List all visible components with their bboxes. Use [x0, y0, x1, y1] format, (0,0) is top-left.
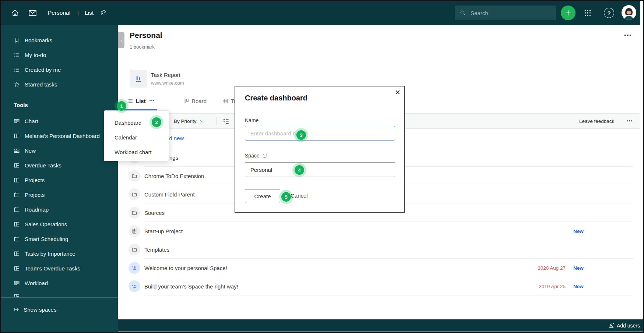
breadcrumb-space[interactable]: Personal — [48, 1, 70, 25]
sidebar-divider — [1, 297, 118, 298]
row-type-icon — [129, 207, 140, 219]
fields-settings-icon[interactable] — [223, 118, 229, 124]
help-button[interactable]: ? — [604, 8, 614, 18]
search-input[interactable] — [470, 10, 549, 17]
sidebar-item-label: Created by me — [25, 67, 61, 73]
breadcrumb-view[interactable]: List — [85, 1, 94, 25]
dashboard-icon — [14, 293, 20, 297]
search-box[interactable] — [455, 6, 556, 20]
inbox-mail-icon[interactable] — [28, 8, 37, 18]
sidebar-tool-item[interactable]: Melanie's Personal Dashboard — [1, 128, 118, 143]
sidebar-item[interactable]: My to-do — [1, 47, 118, 62]
collapse-sidebar-handle[interactable]: ‹ — [118, 32, 124, 48]
view-tab-label: List — [136, 98, 146, 104]
view-tab[interactable]: Board — [183, 92, 207, 110]
menu-item[interactable]: Calendar — [104, 130, 169, 145]
row-title[interactable]: ngs — [169, 155, 178, 161]
sidebar-tool-label: Workload — [25, 280, 48, 286]
row-type-icon — [129, 244, 140, 255]
cancel-button[interactable]: Cancel — [291, 192, 308, 199]
user-avatar[interactable] — [622, 5, 636, 20]
sidebar-tool-item[interactable]: Overdue Tasks — [1, 158, 118, 173]
sidebar-tool-icon — [14, 236, 20, 242]
show-spaces-label: Show spaces — [24, 307, 56, 313]
close-icon[interactable]: × — [395, 88, 400, 97]
sidebar-tool-item[interactable]: Team's Overdue Tasks — [1, 261, 118, 276]
sidebar-tool-item[interactable]: Sales Operations — [1, 217, 118, 231]
space-input[interactable] — [245, 162, 395, 177]
add-users-button[interactable]: Add users — [608, 319, 640, 332]
sidebar-tool-item[interactable]: Chart — [1, 114, 118, 128]
row-type-icon — [129, 280, 140, 292]
sidebar-item[interactable]: Created by me — [1, 62, 118, 77]
tools-section-header: Tools — [14, 102, 28, 108]
menu-item[interactable]: Workload chart — [104, 145, 169, 159]
sort-dropdown[interactable]: By Priority — [174, 114, 204, 128]
dashboard-name-input[interactable] — [245, 126, 395, 141]
list-row[interactable]: Welcome to your personal Space! 2020 Aug… — [118, 259, 640, 277]
sidebar-tool-label: Tasks by Importance — [25, 251, 75, 257]
sidebar-tool-icon — [14, 192, 20, 198]
step-badge-5: 5 — [279, 190, 293, 204]
view-tab-more-ellipsis[interactable]: ⋯ — [149, 98, 155, 104]
space-field-label: Space — [245, 153, 268, 159]
sidebar-tool-label: Melanie's Personal Dashboard — [25, 133, 100, 139]
row-title[interactable]: Chrome ToDo Extension — [144, 173, 204, 179]
page-options-ellipsis[interactable]: ⋯ — [624, 31, 632, 40]
sidebar-tool-item[interactable]: New — [1, 143, 118, 158]
sidebar-tool-item[interactable]: Smart Scheduling — [1, 231, 118, 246]
sidebar-item[interactable]: Starred tasks — [1, 77, 118, 92]
apps-grid-icon[interactable] — [584, 9, 592, 17]
row-type-icon — [129, 170, 140, 182]
home-icon[interactable] — [11, 9, 19, 17]
create-dashboard-modal: × Create dashboard Name Space Create Can… — [235, 86, 405, 213]
sidebar-tool-label: Chart — [25, 118, 38, 124]
sidebar-item-clipped — [14, 293, 20, 297]
bookmark-card-icon[interactable] — [130, 70, 147, 88]
row-title[interactable]: Build your team’s Space the right way! — [144, 283, 238, 290]
sidebar-tool-item[interactable]: Roadmap — [1, 202, 118, 217]
info-icon[interactable] — [262, 153, 268, 159]
sidebar-tool-icon — [14, 133, 20, 139]
row-title[interactable]: Templates — [144, 247, 169, 253]
bottom-bar: Add users — [118, 319, 643, 332]
sidebar-tool-label: Overdue Tasks — [25, 162, 61, 169]
view-tab[interactable]: List ⋯ — [127, 92, 155, 110]
row-title[interactable]: Welcome to your personal Space! — [144, 265, 227, 271]
sidebar-item-icon — [14, 81, 20, 88]
bookmark-count: 1 bookmark — [130, 44, 155, 50]
modal-title: Create dashboard — [245, 94, 307, 102]
row-title[interactable]: Start-up Project — [144, 228, 183, 234]
sidebar-tool-item[interactable]: Projects — [1, 187, 118, 202]
row-due-date: 2020 Aug 27 — [538, 265, 566, 271]
toolbar-ellipsis[interactable]: ⋯ — [627, 114, 633, 128]
step-badge-2: 2 — [149, 115, 163, 129]
global-create-button[interactable] — [561, 6, 576, 20]
sidebar-tool-label: New — [25, 148, 36, 154]
sidebar-tool-item[interactable]: Workload — [1, 276, 118, 290]
sidebar-item[interactable]: Bookmarks — [1, 33, 118, 47]
sidebar-tool-icon — [14, 265, 20, 272]
breadcrumb-separator: | — [77, 1, 79, 25]
sidebar-item-label: My to-do — [25, 52, 46, 58]
pin-icon[interactable] — [100, 9, 107, 16]
sidebar-personal-nav: Bookmarks My to-do Created by me Starred… — [1, 33, 118, 92]
sidebar-tool-item[interactable]: Projects — [1, 173, 118, 187]
row-title[interactable]: Sources — [144, 210, 165, 216]
list-row[interactable]: Templates — [118, 240, 640, 259]
list-row[interactable]: Build your team’s Space the right way! 2… — [118, 277, 640, 295]
list-row[interactable]: Start-up Project New — [118, 222, 640, 240]
sidebar-tool-label: Roadmap — [25, 206, 49, 213]
row-title[interactable]: Custom Field Parent — [144, 191, 195, 198]
sidebar-tool-label: Team's Overdue Tasks — [25, 265, 80, 272]
show-spaces-button[interactable]: ↦ Show spaces — [14, 304, 56, 315]
sort-dropdown-label: By Priority — [174, 118, 197, 124]
view-tab-label: Board — [192, 98, 207, 104]
bookmark-card-title[interactable]: Task Report — [151, 72, 180, 78]
sidebar-item-icon — [14, 37, 20, 43]
leave-feedback-link[interactable]: Leave feedback — [579, 114, 614, 128]
sidebar-tool-label: Projects — [25, 177, 45, 183]
sidebar-tool-item[interactable]: Tasks by Importance — [1, 246, 118, 261]
create-button[interactable]: Create — [245, 189, 280, 203]
row-status-badge: New — [573, 284, 584, 289]
